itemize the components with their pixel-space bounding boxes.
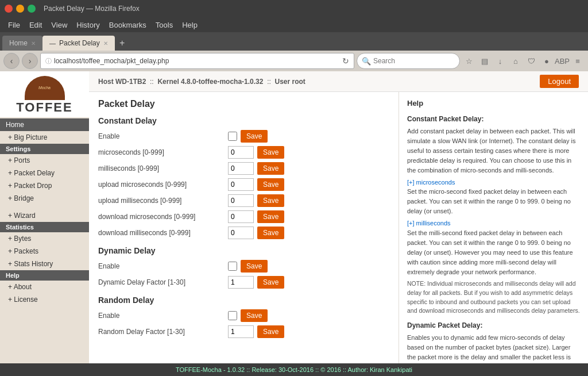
tab-packet-delay-close[interactable]: ✕ [103, 40, 108, 47]
url-bar[interactable]: ⓘ localhost/toffee_mocha/pkt_delay.php ↻ [40, 53, 354, 69]
tabsbar: Home ✕ — Packet Delay ✕ + [0, 32, 588, 51]
new-tab-button[interactable]: + [115, 36, 130, 51]
dynamic-enable-save[interactable]: Save [241, 260, 268, 273]
sidebar-section-statistics: Statistics [0, 222, 89, 232]
tab-home[interactable]: Home ✕ [2, 36, 42, 51]
sidebar-item-packet-drop[interactable]: + Packet Drop [0, 179, 89, 192]
download-microseconds-row: download microseconds [0-999] Save [98, 210, 389, 223]
help-constant-title: Constant Packet Delay: [407, 114, 580, 124]
maximize-button[interactable] [28, 5, 36, 13]
menu-icon[interactable]: ≡ [571, 54, 585, 68]
main-wrapper: Mocha TOFFEE Home + Big Picture Settings… [0, 71, 588, 363]
constant-enable-label: Enable [98, 132, 225, 140]
shield-icon[interactable]: 🛡 [524, 54, 538, 68]
sidebar-item-packet-delay[interactable]: + Packet Delay [0, 167, 89, 179]
upload-microseconds-save[interactable]: Save [257, 178, 284, 191]
sidebar-item-home[interactable]: Home [0, 118, 89, 131]
upload-milliseconds-save[interactable]: Save [257, 194, 284, 207]
dynamic-enable-checkbox[interactable] [228, 262, 237, 271]
abp-icon[interactable]: ABP [555, 54, 569, 68]
forward-button[interactable]: › [22, 53, 38, 69]
nav-icons: ☆ ▤ ↓ ⌂ 🛡 ● ABP ≡ [462, 54, 585, 68]
download-milliseconds-row: download milliseconds [0-999] Save [98, 227, 389, 239]
download-microseconds-label: download microseconds [0-999] [98, 213, 225, 221]
help-microseconds-link[interactable]: [+] microseconds [407, 178, 580, 187]
random-factor-input[interactable] [228, 325, 254, 338]
sidebar-nav: Home + Big Picture Settings + Ports + Pa… [0, 117, 89, 307]
kernel-value: 4.8.0-toffee-mocha-1.0.32 [181, 78, 263, 86]
random-enable-label: Enable [98, 312, 225, 320]
minimize-button[interactable] [16, 5, 24, 13]
milliseconds-save[interactable]: Save [257, 162, 284, 175]
sidebar-item-bytes[interactable]: + Bytes [0, 232, 89, 245]
home-icon[interactable]: ⌂ [509, 54, 523, 68]
menu-tools[interactable]: Tools [151, 20, 177, 30]
constant-enable-checkbox[interactable] [228, 132, 237, 141]
statusbar: TOFFEE-Mocha - 1.0.32 :: Release: 30-Oct… [0, 363, 588, 376]
logout-button[interactable]: Logout [540, 75, 579, 88]
close-button[interactable] [5, 5, 13, 13]
search-input[interactable] [373, 57, 455, 65]
help-milliseconds-text: Set the milli-second fixed packet delay … [407, 228, 580, 277]
random-enable-save[interactable]: Save [241, 309, 268, 322]
user-label: User [274, 78, 290, 86]
back-button[interactable]: ‹ [3, 53, 20, 69]
sidebar-item-bridge[interactable]: + Bridge [0, 192, 89, 205]
upload-microseconds-row: upload microseconds [0-999] Save [98, 178, 389, 191]
random-factor-row: Random Delay Factor [1-30] Save [98, 325, 389, 338]
constant-enable-save[interactable]: Save [241, 130, 268, 143]
logo-brand: TOFFEE [16, 100, 72, 115]
download-milliseconds-label: download milliseconds [0-999] [98, 229, 225, 237]
random-factor-save[interactable]: Save [257, 325, 284, 338]
random-delay-title: Random Delay [98, 296, 389, 305]
host-info: Host WD-1TB2 :: Kernel 4.8.0-toffee-moch… [98, 78, 305, 86]
download-milliseconds-save[interactable]: Save [257, 227, 284, 239]
sidebar-spacer [0, 205, 89, 209]
dynamic-factor-save[interactable]: Save [257, 276, 284, 289]
search-bar[interactable]: 🔍 [357, 53, 460, 69]
sidebar-item-license[interactable]: + License [0, 293, 89, 306]
random-factor-label: Random Delay Factor [1-30] [98, 328, 225, 336]
menu-edit[interactable]: Edit [25, 20, 47, 30]
milliseconds-input[interactable] [228, 162, 254, 175]
microseconds-save[interactable]: Save [257, 146, 284, 159]
dynamic-factor-row: Dynamic Delay Factor [1-30] Save [98, 276, 389, 289]
menu-file[interactable]: File [3, 20, 25, 30]
download-milliseconds-input[interactable] [228, 227, 254, 239]
refresh-button[interactable]: ↻ [342, 56, 349, 66]
download-microseconds-save[interactable]: Save [257, 210, 284, 223]
menu-bookmarks[interactable]: Bookmarks [105, 20, 151, 30]
sidebar-item-stats-history[interactable]: + Stats History [0, 258, 89, 270]
milliseconds-label: milliseconds [0-999] [98, 164, 225, 172]
help-area: Help Constant Packet Delay: Add constant… [399, 92, 588, 363]
sidebar-item-ports[interactable]: + Ports [0, 154, 89, 167]
download-microseconds-input[interactable] [228, 210, 254, 223]
random-enable-row: Enable Save [98, 309, 389, 322]
dynamic-enable-row: Enable Save [98, 260, 389, 273]
tab-home-close[interactable]: ✕ [31, 40, 36, 47]
content-header: Host WD-1TB2 :: Kernel 4.8.0-toffee-moch… [89, 71, 588, 92]
sidebar-item-bigpicture[interactable]: + Big Picture [0, 131, 89, 144]
tab-home-label: Home [9, 39, 28, 47]
tab-packet-delay[interactable]: — Packet Delay ✕ [42, 36, 115, 51]
logo-mocha: Mocha [38, 86, 51, 90]
reader-icon[interactable]: ▤ [478, 54, 492, 68]
browser-icon[interactable]: ● [540, 54, 554, 68]
url-text[interactable]: localhost/toffee_mocha/pkt_delay.php [54, 57, 340, 65]
user-value: root [292, 78, 305, 86]
random-enable-checkbox[interactable] [228, 311, 237, 320]
menu-view[interactable]: View [47, 20, 72, 30]
help-milliseconds-link[interactable]: [+] milliseconds [407, 218, 580, 228]
sidebar-item-about[interactable]: + About [0, 281, 89, 293]
download-icon[interactable]: ↓ [493, 54, 507, 68]
dynamic-factor-input[interactable] [228, 276, 254, 289]
upload-milliseconds-input[interactable] [228, 194, 254, 207]
security-icon: ⓘ [45, 57, 52, 66]
sidebar-item-wizard[interactable]: + Wizard [0, 209, 89, 222]
sidebar-item-packets[interactable]: + Packets [0, 245, 89, 258]
microseconds-input[interactable] [228, 146, 254, 159]
menu-history[interactable]: History [72, 20, 104, 30]
bookmark-icon[interactable]: ☆ [462, 54, 476, 68]
upload-microseconds-input[interactable] [228, 178, 254, 191]
menu-help[interactable]: Help [177, 20, 202, 30]
